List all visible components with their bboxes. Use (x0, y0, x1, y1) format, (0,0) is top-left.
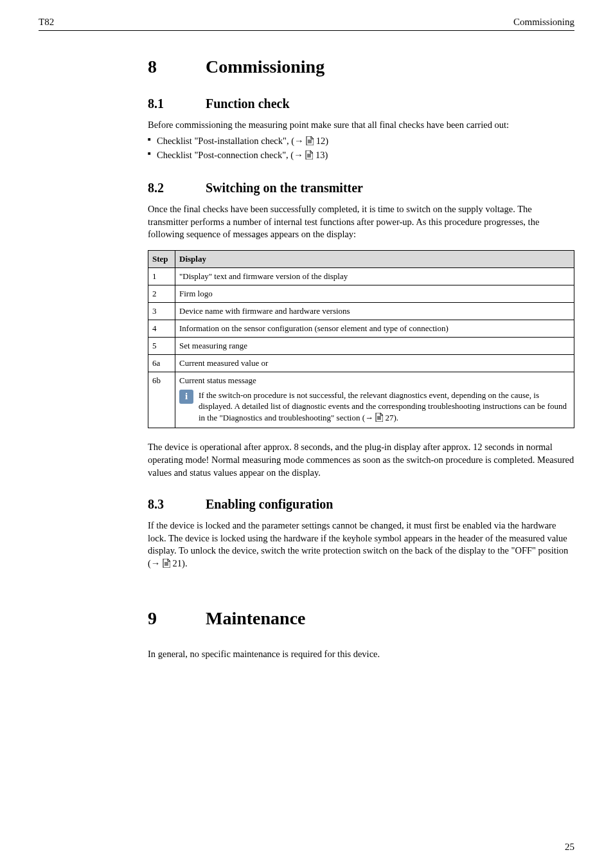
page-ref-icon (163, 559, 170, 572)
checklist-item-1: Checklist "Post-installation check", (→ … (148, 134, 574, 149)
section-8-1-heading: 8.1Function check (148, 96, 574, 111)
col-head-display: Display (175, 250, 574, 267)
section-8-1-title: Function check (206, 96, 290, 111)
note-block: i If the switch-on procedure is not succ… (179, 390, 570, 425)
display-cell: Information on the sensor configuration … (175, 320, 574, 337)
display-cell: Firm logo (175, 285, 574, 302)
step-cell: 6a (148, 354, 175, 372)
section-8-1-number: 8.1 (148, 96, 206, 111)
section-8-title: Commissioning (206, 57, 324, 77)
page-ref-icon (306, 136, 314, 149)
checklist-bullets: Checklist "Post-installation check", (→ … (148, 134, 574, 163)
display-cell: Current measured value or (175, 354, 574, 372)
step-cell: 5 (148, 337, 175, 354)
table-row: 1 "Display" text and firmware version of… (148, 267, 574, 285)
section-8-3-heading: 8.3Enabling configuration (148, 497, 574, 512)
section-8-number: 8 (148, 57, 206, 77)
table-row: 4 Information on the sensor configuratio… (148, 320, 574, 337)
section-8-1-intro: Before commissioning the measuring point… (148, 119, 574, 132)
display-cell: Current status message i If the switch-o… (175, 372, 574, 428)
step-cell: 6b (148, 372, 175, 428)
section-8-2-number: 8.2 (148, 181, 206, 195)
step-cell: 1 (148, 267, 175, 285)
step-cell: 4 (148, 320, 175, 337)
step-cell: 3 (148, 302, 175, 320)
info-icon: i (179, 390, 193, 404)
section-8-2-intro: Once the final checks have been successf… (148, 203, 574, 241)
status-message-line: Current status message (179, 375, 570, 386)
page-ref-icon (375, 413, 383, 425)
checklist-item-2: Checklist "Post-connection check", (→ 13… (148, 149, 574, 163)
table-row: 6a Current measured value or (148, 354, 574, 372)
section-9-body: In general, no specific maintenance is r… (148, 648, 574, 661)
display-cell: "Display" text and firmware version of t… (175, 267, 574, 285)
note-text: If the switch-on procedure is not succes… (199, 390, 570, 425)
section-8-heading: 8Commissioning (148, 57, 574, 77)
section-8-2-heading: 8.2Switching on the transmitter (148, 181, 574, 195)
header-model: T82 (39, 17, 54, 28)
table-row: 2 Firm logo (148, 285, 574, 302)
section-8-2-outro: The device is operational after approx. … (148, 441, 574, 479)
startup-sequence-table: Step Display 1 "Display" text and firmwa… (148, 250, 574, 429)
table-row: 3 Device name with firmware and hardware… (148, 302, 574, 320)
section-9-title: Maintenance (206, 608, 306, 628)
col-head-step: Step (148, 250, 175, 267)
section-9-heading: 9Maintenance (148, 608, 574, 629)
section-8-3-title: Enabling configuration (206, 497, 333, 511)
section-8-3-number: 8.3 (148, 497, 206, 512)
display-cell: Set measuring range (175, 337, 574, 354)
step-cell: 2 (148, 285, 175, 302)
table-row: 5 Set measuring range (148, 337, 574, 354)
section-8-3-body: If the device is locked and the paramete… (148, 520, 574, 571)
header-section: Commissioning (513, 17, 574, 28)
section-8-2-title: Switching on the transmitter (206, 181, 363, 195)
section-9-number: 9 (148, 608, 206, 629)
table-row: 6b Current status message i If the switc… (148, 372, 574, 428)
display-cell: Device name with firmware and hardware v… (175, 302, 574, 320)
page-ref-icon (305, 150, 313, 163)
page-number: 25 (565, 842, 574, 853)
